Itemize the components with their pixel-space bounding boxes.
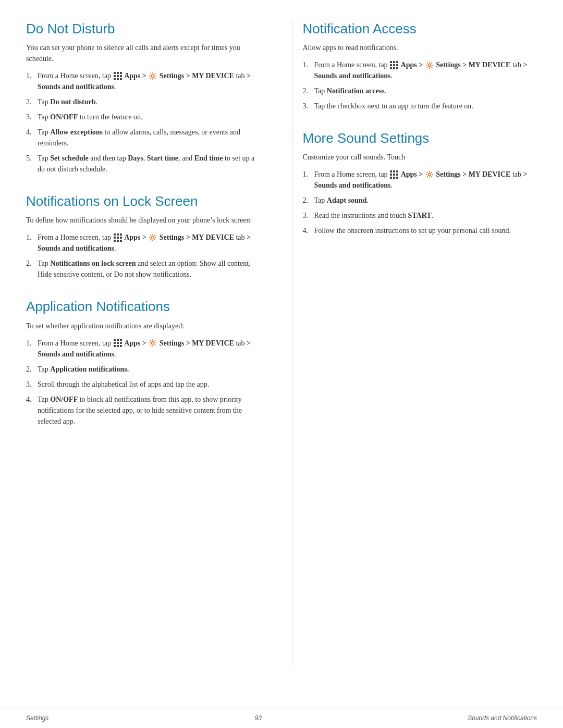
step-item: Scroll through the alphabetical list of … [26,379,261,390]
footer-page-number: 93 [255,714,262,722]
step-content: Tap ON/OFF to block all notifications fr… [38,394,261,427]
step-list-application-notifications: From a Home screen, tap Apps > [26,338,261,427]
footer-left: Settings [26,714,48,722]
svg-point-0 [152,75,154,77]
section-intro-notification-access: Allow apps to read notifications. [303,42,537,53]
step-content: Tap Allow exceptions to allow alarms, ca… [38,127,261,149]
settings-icon [425,170,434,179]
footer-right: Sounds and Notifications [468,714,537,722]
settings-icon [149,72,157,80]
step-item: Tap Notification access. [303,85,537,96]
step-content: Tap Adapt sound. [314,195,537,206]
content-area: Do Not Disturb You can set your phone to… [0,0,563,708]
footer: Settings 93 Sounds and Notifications [0,708,563,728]
page: Do Not Disturb You can set your phone to… [0,0,563,728]
section-title-notifications-lock-screen: Notifications on Lock Screen [26,193,261,209]
step-content: Tap Notifications on lock screen and sel… [38,258,261,280]
step-content: Tap Set schedule and then tap Days, Star… [38,153,261,175]
step-content: From a Home screen, tap Apps > [314,169,537,191]
step-item: From a Home screen, tap Apps > [26,70,261,92]
section-application-notifications: Application Notifications To set whether… [26,299,261,426]
step-item: Tap Notifications on lock screen and sel… [26,258,261,280]
svg-point-1 [152,237,154,239]
step-item: Tap Adapt sound. [303,195,537,206]
section-intro-do-not-disturb: You can set your phone to silence all ca… [26,42,261,64]
step-content: From a Home screen, tap Apps > [314,59,537,81]
section-notifications-lock-screen: Notifications on Lock Screen To define h… [26,193,261,280]
step-item: Read the instructions and touch START. [303,210,537,221]
step-item: Tap Allow exceptions to allow alarms, ca… [26,127,261,149]
step-list-do-not-disturb: From a Home screen, tap Apps > [26,70,261,175]
step-content: Follow the onscreen instructions to set … [314,225,537,236]
section-title-notification-access: Notification Access [303,21,537,37]
step-content: Read the instructions and touch START. [314,210,537,221]
step-item: From a Home screen, tap Apps > [26,232,261,254]
step-item: From a Home screen, tap Apps > [303,59,537,81]
left-column: Do Not Disturb You can set your phone to… [26,21,271,666]
step-content: Tap the checkbox next to an app to turn … [314,101,537,112]
section-title-do-not-disturb: Do Not Disturb [26,21,261,37]
step-item: Tap ON/OFF to block all notifications fr… [26,394,261,427]
step-content: Tap Do not disturb. [38,96,261,107]
step-list-notifications-lock-screen: From a Home screen, tap Apps > [26,232,261,280]
section-title-more-sound-settings: More Sound Settings [303,130,537,146]
section-intro-more-sound-settings: Customize your call sounds. Touch [303,152,537,163]
settings-icon [425,61,434,69]
settings-icon [149,233,157,242]
section-intro-notifications-lock-screen: To define how notifications should be di… [26,215,261,226]
step-content: From a Home screen, tap Apps > [38,70,261,92]
step-content: Scroll through the alphabetical list of … [38,379,261,390]
step-item: Tap Do not disturb. [26,96,261,107]
apps-icon [390,170,398,179]
step-item: Tap the checkbox next to an app to turn … [303,101,537,112]
step-item: Tap ON/OFF to turn the feature on. [26,112,261,122]
section-do-not-disturb: Do Not Disturb You can set your phone to… [26,21,261,175]
apps-icon [114,72,122,80]
step-list-notification-access: From a Home screen, tap Apps > [303,59,537,112]
step-item: From a Home screen, tap Apps > [303,169,537,191]
step-item: Tap Set schedule and then tap Days, Star… [26,153,261,175]
section-title-application-notifications: Application Notifications [26,299,261,315]
apps-icon [114,233,122,242]
apps-icon [114,339,122,347]
step-content: From a Home screen, tap Apps > [38,338,261,360]
step-list-more-sound-settings: From a Home screen, tap Apps > [303,169,537,236]
section-more-sound-settings: More Sound Settings Customize your call … [303,130,537,236]
step-content: Tap ON/OFF to turn the feature on. [38,112,261,122]
svg-point-4 [428,174,431,176]
step-item: Follow the onscreen instructions to set … [303,225,537,236]
step-content: Tap Application notifications. [38,364,261,375]
step-item: From a Home screen, tap Apps > [26,338,261,360]
svg-point-2 [152,342,154,344]
right-column: Notification Access Allow apps to read n… [292,21,537,666]
section-intro-application-notifications: To set whether application notifications… [26,320,261,331]
section-notification-access: Notification Access Allow apps to read n… [303,21,537,112]
step-content: Tap Notification access. [314,85,537,96]
step-content: From a Home screen, tap Apps > [38,232,261,254]
settings-icon [149,339,157,347]
svg-point-3 [428,64,431,66]
step-item: Tap Application notifications. [26,364,261,375]
apps-icon [390,61,398,69]
